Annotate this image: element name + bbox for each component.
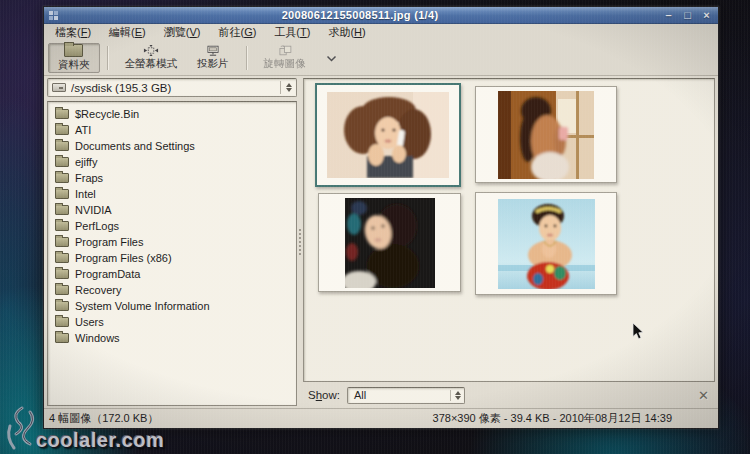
slideshow-button[interactable]: 投影片 xyxy=(187,43,239,73)
thumbnail-photo-2[interactable] xyxy=(475,86,617,183)
folder-icon xyxy=(55,301,69,311)
location-value: /sysdisk (195.3 GB) xyxy=(71,82,275,94)
photo-3-image xyxy=(345,198,435,288)
menu-view[interactable]: 瀏覽(V) xyxy=(156,24,209,41)
thumbnail-photo-3[interactable] xyxy=(318,193,461,292)
filter-value: All xyxy=(354,389,446,401)
rotate-image-icon xyxy=(275,45,295,56)
titlebar[interactable]: 20080612155008511.jpg (1/4) – □ × xyxy=(44,7,718,24)
folder-icon xyxy=(64,44,83,57)
folder-icon xyxy=(55,173,69,183)
window-controls: – □ × xyxy=(662,8,713,23)
close-button[interactable]: × xyxy=(700,8,713,23)
folder-icon xyxy=(55,317,69,327)
folder-icon xyxy=(55,189,69,199)
slideshow-icon xyxy=(203,45,223,56)
folder-item-program-files-x86[interactable]: Program Files (x86) xyxy=(50,250,294,266)
folder-item-windows[interactable]: Windows xyxy=(50,330,294,346)
app-icon xyxy=(49,11,58,20)
folder-icon xyxy=(55,109,69,119)
combo-divider xyxy=(280,81,281,94)
filter-spinner-icon[interactable] xyxy=(455,391,461,400)
folder-icon xyxy=(55,333,69,343)
folder-icon xyxy=(55,141,69,151)
folder-item-ejiffy[interactable]: ejiffy xyxy=(50,154,294,170)
folder-icon xyxy=(55,125,69,135)
folder-item-programdata[interactable]: ProgramData xyxy=(50,266,294,282)
folder-item-users[interactable]: Users xyxy=(50,314,294,330)
thumbnail-view[interactable] xyxy=(303,78,715,382)
window-title: 20080612155008511.jpg (1/4) xyxy=(62,9,658,21)
folder-item-documents-and-settings[interactable]: Documents and Settings xyxy=(50,138,294,154)
folder-icon xyxy=(55,221,69,231)
folders-button-label: 資料夾 xyxy=(58,58,90,72)
thumbnail-photo-4[interactable] xyxy=(475,192,617,295)
folder-item-fraps[interactable]: Fraps xyxy=(50,170,294,186)
folder-item-program-files[interactable]: Program Files xyxy=(50,234,294,250)
fullscreen-icon xyxy=(141,45,161,56)
photo-4-image xyxy=(498,199,595,289)
folder-item-ati[interactable]: ATI xyxy=(50,122,294,138)
maximize-button[interactable]: □ xyxy=(681,8,694,23)
folder-item-perflogs[interactable]: PerfLogs xyxy=(50,218,294,234)
toolbar-overflow-chevron-down-icon[interactable] xyxy=(326,55,337,62)
slideshow-button-label: 投影片 xyxy=(197,57,229,71)
photo-1-image xyxy=(327,92,449,178)
folder-pane: /sysdisk (195.3 GB) $Recycle.Bin ATI Doc… xyxy=(47,78,297,406)
folder-item-recycle-bin[interactable]: $Recycle.Bin xyxy=(50,106,294,122)
folder-item-nvidia[interactable]: NVIDIA xyxy=(50,202,294,218)
image-viewer-window: 20080612155008511.jpg (1/4) – □ × 檔案(F) … xyxy=(43,6,719,429)
watermark: coolaler.com xyxy=(2,404,164,454)
folders-toggle-button[interactable]: 資料夾 xyxy=(48,43,100,73)
content-area: /sysdisk (195.3 GB) $Recycle.Bin ATI Doc… xyxy=(44,76,718,408)
rotate-image-button[interactable]: 旋轉圖像 xyxy=(254,43,316,73)
folder-icon xyxy=(55,285,69,295)
folder-item-system-volume-information[interactable]: System Volume Information xyxy=(50,298,294,314)
combo-divider xyxy=(450,390,451,401)
thumbnail-pane: Show: All ✕ xyxy=(303,78,715,406)
thumbnail-photo-1-selected[interactable] xyxy=(315,83,461,187)
menu-help[interactable]: 求助(H) xyxy=(320,24,373,41)
mouse-cursor-icon xyxy=(632,322,644,340)
toolbar-separator xyxy=(246,46,247,70)
folder-icon xyxy=(55,269,69,279)
menu-tools[interactable]: 工具(T) xyxy=(266,24,318,41)
rotate-image-button-label: 旋轉圖像 xyxy=(264,57,306,71)
folder-item-recovery[interactable]: Recovery xyxy=(50,282,294,298)
folder-icon xyxy=(55,157,69,167)
disk-icon xyxy=(52,83,66,92)
toolbar: 資料夾 全螢幕模式 投影片 xyxy=(44,41,718,76)
location-spinner-icon[interactable] xyxy=(286,83,292,92)
folder-icon xyxy=(55,253,69,263)
folder-icon xyxy=(55,237,69,247)
show-label: Show: xyxy=(308,389,340,401)
filter-combobox[interactable]: All xyxy=(347,387,465,404)
menu-file[interactable]: 檔案(F) xyxy=(47,24,99,41)
menu-edit[interactable]: 編輯(E) xyxy=(101,24,154,41)
folder-icon xyxy=(55,205,69,215)
location-combobox[interactable]: /sysdisk (195.3 GB) xyxy=(47,78,297,97)
photo-2-image xyxy=(498,91,594,179)
folder-list: $Recycle.Bin ATI Documents and Settings … xyxy=(47,101,297,406)
menubar: 檔案(F) 編輯(E) 瀏覽(V) 前往(G) 工具(T) 求助(H) xyxy=(44,24,718,41)
folder-item-intel[interactable]: Intel xyxy=(50,186,294,202)
watermark-text: coolaler.com xyxy=(36,429,164,452)
fullscreen-button[interactable]: 全螢幕模式 xyxy=(115,43,188,73)
status-image-details: 378×390 像素 - 39.4 KB - 2010年08月12日 14:39 xyxy=(433,411,672,426)
fullscreen-button-label: 全螢幕模式 xyxy=(125,57,178,71)
filter-bar: Show: All ✕ xyxy=(303,384,715,406)
close-filter-pane-icon[interactable]: ✕ xyxy=(698,389,709,402)
toolbar-separator xyxy=(107,46,108,70)
menu-go[interactable]: 前往(G) xyxy=(210,24,264,41)
minimize-button[interactable]: – xyxy=(662,8,675,23)
